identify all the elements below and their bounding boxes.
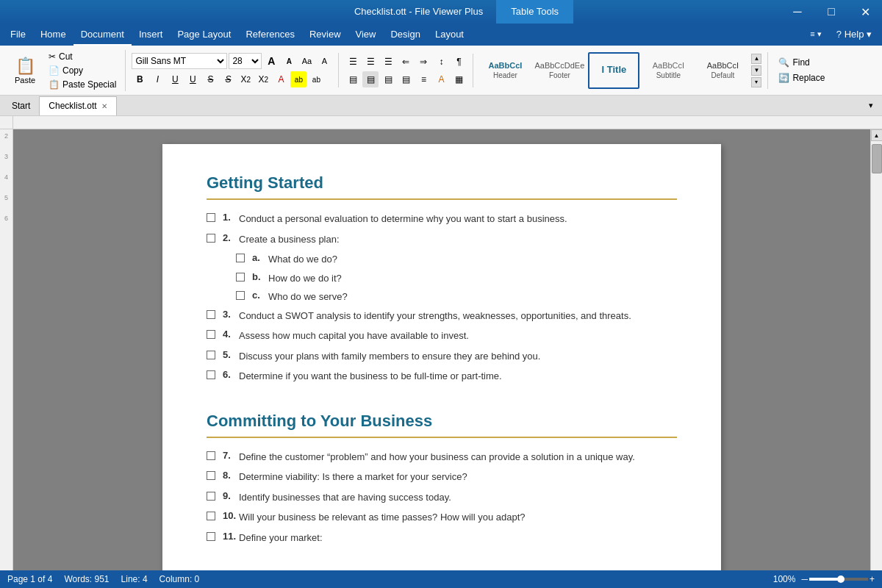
zoom-slider[interactable] [809, 578, 868, 581]
item-number-2b: b. [252, 271, 265, 282]
underline2-button[interactable]: U [184, 71, 201, 87]
checkbox-2b[interactable] [236, 273, 245, 282]
tab-close-button[interactable]: ✕ [101, 102, 107, 110]
highlight2-button[interactable]: ab [308, 71, 324, 87]
subscript-button[interactable]: X2 [255, 71, 271, 87]
help-button[interactable]: ? Help ▾ [829, 24, 879, 46]
font-grow-button[interactable]: A [263, 53, 279, 69]
bold-button[interactable]: B [132, 71, 148, 87]
strikethrough2-button[interactable]: S [220, 71, 236, 87]
highlight-button[interactable]: ab [290, 71, 306, 87]
justify-button[interactable]: ▤ [398, 71, 414, 87]
dec-indent-button[interactable]: ⇐ [398, 54, 414, 70]
checkbox-2a[interactable] [236, 254, 245, 262]
menu-page-layout[interactable]: Page Layout [170, 24, 238, 46]
borders-button[interactable]: ▦ [451, 71, 467, 87]
minimize-button[interactable]: ─ [781, 0, 814, 24]
start-tab-label: Start [12, 101, 30, 111]
style-subtitle[interactable]: AaBbCcI Subtitle [642, 52, 694, 89]
checkbox-8[interactable] [207, 471, 215, 480]
checkbox-7[interactable] [207, 451, 215, 460]
checkbox-6[interactable] [207, 370, 215, 379]
scroll-thumb[interactable] [872, 144, 882, 173]
numbering-button[interactable]: ☰ [362, 54, 379, 70]
sort-button[interactable]: ↕ [433, 54, 449, 70]
superscript-button[interactable]: X2 [237, 71, 254, 87]
menu-insert[interactable]: Insert [132, 24, 171, 46]
scissors-icon: ✂ [49, 51, 56, 62]
style-header[interactable]: AaBbCcI Header [479, 52, 531, 89]
menu-document[interactable]: Document [74, 24, 132, 46]
style-header-label: Header [493, 71, 517, 79]
font-shrink-button[interactable]: A [281, 53, 297, 69]
font-case-button[interactable]: Aa [298, 53, 315, 69]
ribbon-toggle[interactable]: ≡ ▾ [803, 24, 828, 46]
item-number-4: 4. [223, 329, 236, 340]
checkbox-2[interactable] [207, 234, 215, 243]
document-tab[interactable]: Checklist.ott ✕ [39, 96, 116, 115]
table-tools-tab[interactable]: Table Tools [496, 0, 573, 24]
scroll-up-button[interactable]: ▲ [871, 129, 883, 141]
bullets-button[interactable]: ☰ [345, 54, 361, 70]
font-color-button[interactable]: A [273, 71, 289, 87]
menu-view[interactable]: View [348, 24, 384, 46]
checkbox-5[interactable] [207, 351, 215, 359]
style-down-arrow[interactable]: ▼ [751, 65, 761, 76]
checkbox-4[interactable] [207, 330, 215, 339]
start-tab[interactable]: Start [3, 96, 39, 115]
font-group: Gill Sans MT 28 A A Aa A B I U U S S X2 … [132, 53, 339, 87]
underline-button[interactable]: U [167, 71, 183, 87]
paragraph-marks-button[interactable]: ¶ [451, 54, 467, 70]
paste-button[interactable]: 📋 Paste [6, 50, 44, 91]
title-bar: Checklist.ott - File Viewer Plus Table T… [0, 0, 882, 24]
menu-home[interactable]: Home [33, 24, 74, 46]
menu-design[interactable]: Design [383, 24, 427, 46]
item-number-8: 8. [223, 470, 236, 481]
style-footer[interactable]: AaBbCcDdEe Footer [534, 52, 585, 89]
font-name-select[interactable]: Gill Sans MT [132, 53, 227, 69]
replace-button[interactable]: 🔄 Replace [774, 71, 829, 85]
document-container[interactable]: Getting Started 1. Conduct a personal ev… [13, 129, 870, 570]
close-button[interactable]: ✕ [848, 0, 882, 24]
checkbox-9[interactable] [207, 492, 215, 501]
style-more-arrow[interactable]: ▾ [751, 77, 761, 87]
copy-button[interactable]: 📄 Copy [46, 64, 119, 77]
list-item: b. How do we do it? [236, 271, 677, 286]
style-default[interactable]: AaBbCcI Default [697, 52, 748, 89]
list-item: c. Who do we serve? [236, 290, 677, 304]
title-text: Checklist.ott - File Viewer Plus [354, 6, 483, 17]
shading-button[interactable]: A [433, 71, 449, 87]
menu-layout[interactable]: Layout [428, 24, 471, 46]
multilevel-button[interactable]: ☰ [380, 54, 396, 70]
align-center-button[interactable]: ▤ [362, 71, 379, 87]
cut-button[interactable]: ✂ Cut [46, 50, 119, 63]
checkbox-3[interactable] [207, 310, 215, 319]
strikethrough-button[interactable]: S [202, 71, 218, 87]
line-spacing-button[interactable]: ≡ [415, 71, 431, 87]
zoom-in-button[interactable]: + [870, 574, 875, 584]
zoom-handle[interactable] [837, 576, 845, 583]
italic-button[interactable]: I [149, 71, 165, 87]
menu-references[interactable]: References [238, 24, 301, 46]
menu-review[interactable]: Review [302, 24, 348, 46]
item-text-3: Conduct a SWOT analysis to identify your… [239, 309, 677, 323]
font-size-select[interactable]: 28 [229, 53, 262, 69]
style-title[interactable]: I Title [588, 52, 639, 89]
maximize-button[interactable]: □ [814, 0, 848, 24]
clear-format-button[interactable]: A [316, 53, 332, 69]
style-up-arrow[interactable]: ▲ [751, 54, 761, 64]
paste-special-button[interactable]: 📋 Paste Special [46, 78, 119, 91]
inc-indent-button[interactable]: ⇒ [415, 54, 431, 70]
find-button[interactable]: 🔍 Find [774, 56, 829, 69]
align-left-button[interactable]: ▤ [345, 71, 361, 87]
checkbox-10[interactable] [207, 512, 215, 520]
tab-more-button[interactable]: ▾ [863, 101, 879, 110]
vertical-ruler: 2 3 4 5 6 [0, 129, 13, 570]
checkbox-2c[interactable] [236, 291, 245, 300]
checkbox-11[interactable] [207, 532, 215, 541]
ruler-2: 2 [0, 132, 12, 140]
checkbox-1[interactable] [207, 213, 215, 222]
align-right-button[interactable]: ▤ [380, 71, 396, 87]
menu-file[interactable]: File [3, 24, 33, 46]
zoom-out-button[interactable]: ─ [801, 574, 808, 584]
